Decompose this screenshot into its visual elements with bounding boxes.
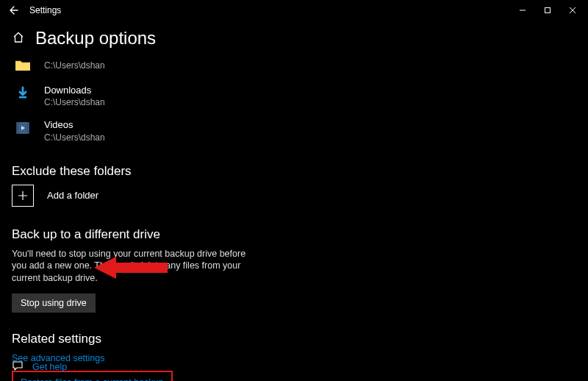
stop-using-drive-button[interactable]: Stop using drive: [12, 293, 96, 313]
svg-point-13: [28, 129, 29, 131]
maximize-icon: [544, 7, 551, 14]
svg-point-7: [17, 127, 18, 129]
svg-point-10: [28, 123, 29, 124]
svg-rect-0: [545, 8, 551, 13]
titlebar: Settings: [0, 0, 588, 21]
back-button[interactable]: [3, 0, 24, 21]
folder-icon: [15, 57, 31, 74]
svg-point-12: [28, 127, 29, 129]
folder-path: C:\Users\dshan: [44, 60, 105, 71]
home-icon[interactable]: [12, 31, 25, 46]
folder-path: C:\Users\dshan: [44, 97, 105, 108]
plus-icon: [12, 185, 34, 207]
get-help-row[interactable]: Get help: [12, 360, 67, 374]
folder-item[interactable]: Videos C:\Users\dshan: [12, 115, 576, 150]
arrow-left-icon: [8, 5, 18, 15]
chat-icon: [12, 360, 24, 374]
folder-item[interactable]: Downloads C:\Users\dshan: [12, 81, 576, 115]
restore-files-link[interactable]: Restore files from a current backup: [21, 377, 164, 381]
download-icon: [15, 85, 31, 102]
svg-point-9: [17, 132, 18, 133]
page-header: Backup options: [0, 21, 588, 53]
exclude-heading: Exclude these folders: [12, 164, 576, 179]
svg-point-8: [17, 129, 18, 131]
svg-point-5: [17, 123, 18, 124]
videos-icon: [15, 120, 31, 136]
minimize-button[interactable]: [510, 0, 535, 21]
folder-path: C:\Users\dshan: [44, 132, 105, 143]
svg-point-14: [28, 132, 29, 133]
close-button[interactable]: [560, 0, 585, 21]
folder-name: Downloads: [44, 85, 105, 96]
different-drive-body: You'll need to stop using your current b…: [12, 248, 254, 285]
folder-name: Videos: [44, 119, 105, 131]
svg-rect-1: [19, 96, 26, 99]
minimize-icon: [519, 7, 526, 14]
folder-item[interactable]: C:\Users\dshan: [12, 53, 576, 81]
page-title: Backup options: [35, 28, 156, 49]
close-icon: [569, 7, 576, 14]
add-folder-button[interactable]: Add a folder: [12, 185, 576, 207]
svg-point-11: [28, 125, 29, 127]
related-heading: Related settings: [12, 332, 576, 346]
get-help-link[interactable]: Get help: [32, 362, 67, 372]
svg-point-6: [17, 125, 18, 127]
app-title: Settings: [29, 5, 61, 15]
maximize-button[interactable]: [535, 0, 560, 21]
different-drive-heading: Back up to a different drive: [12, 227, 576, 242]
window-controls: [510, 0, 585, 21]
add-folder-label: Add a folder: [47, 190, 98, 201]
